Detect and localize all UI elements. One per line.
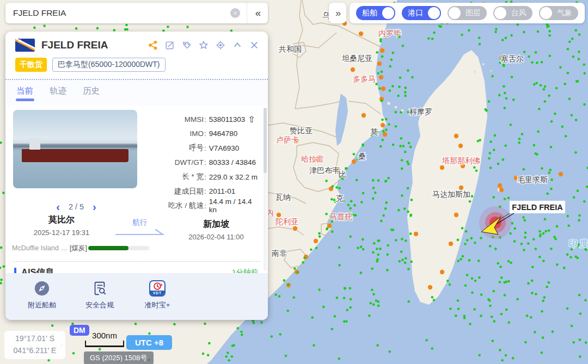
ship-dot: [237, 327, 240, 330]
ship-dot: [380, 220, 383, 223]
ship-dot: [556, 225, 559, 228]
ship-dot: [343, 297, 346, 300]
ship-dot: [507, 260, 510, 263]
ship-dot: [566, 215, 569, 218]
ship-dot: [407, 211, 409, 213]
ship-dot: [471, 277, 474, 280]
destination-port[interactable]: 新加坡: [170, 219, 262, 230]
ship-dot: [491, 316, 493, 318]
ship-dot: [278, 295, 281, 298]
port-dot: [440, 165, 444, 170]
ship-photo[interactable]: [13, 110, 137, 188]
ship-dot: [575, 29, 578, 32]
country-label: 克: [336, 194, 344, 202]
tab-current[interactable]: 当前: [16, 85, 33, 99]
share-icon[interactable]: [148, 40, 158, 50]
ship-dot: [372, 251, 375, 254]
ship-dot: [473, 166, 476, 169]
vessel-size-class: 巴拿马型(65000-120000DWT): [52, 58, 166, 72]
tag-icon[interactable]: [182, 40, 192, 50]
ship-dot: [531, 266, 534, 269]
port-dot: [359, 32, 363, 36]
ship-dot: [353, 204, 356, 207]
on-time-plus-button[interactable]: VDT 准时宝+: [140, 280, 174, 320]
safety-compliance-button[interactable]: 安全合规: [83, 280, 117, 320]
toggle-knob: [382, 7, 394, 19]
ship-dot: [402, 145, 405, 147]
ship-dot: [388, 350, 391, 353]
toggle-ships[interactable]: 船舶: [356, 6, 395, 20]
photo-next-icon[interactable]: ›: [93, 203, 96, 211]
mmsi-external-icon[interactable]: ⇧: [248, 114, 255, 125]
ship-dot: [518, 141, 520, 144]
ship-dot: [521, 133, 524, 135]
search-input[interactable]: FJELD FREIA: [5, 8, 230, 18]
nearby-ships-button[interactable]: 附近船舶: [25, 280, 59, 320]
ship-dot: [381, 55, 384, 58]
ship-dot: [330, 328, 333, 330]
voyage-status: 航行: [110, 218, 170, 227]
timezone-button[interactable]: UTC +8: [126, 335, 172, 350]
ship-dot: [0, 279, 3, 281]
tab-track[interactable]: 轨迹: [50, 85, 66, 99]
ship-dot: [379, 248, 382, 250]
ship-dot: [260, 321, 263, 324]
ship-dot: [376, 344, 379, 347]
ship-dot: [577, 257, 579, 260]
ship-dot: [376, 51, 378, 54]
ship-dot: [494, 30, 497, 33]
port-dot: [381, 87, 385, 91]
toggle-typhoon[interactable]: 台风: [493, 6, 532, 20]
ship-dot: [360, 245, 363, 248]
voyage-progress-bar: [88, 246, 149, 250]
ship-dot: [567, 225, 570, 227]
ship-dot: [124, 28, 127, 31]
ship-dot: [533, 83, 536, 86]
ship-dot: [404, 262, 407, 264]
photo-prev-icon[interactable]: ‹: [56, 203, 60, 211]
ship-dot: [353, 153, 356, 156]
ship-dot: [537, 131, 540, 133]
edit-icon[interactable]: [165, 40, 175, 50]
ship-dot: [318, 288, 321, 291]
tab-history[interactable]: 历史: [83, 85, 100, 99]
collapse-up-icon[interactable]: [232, 40, 242, 50]
ship-dot: [569, 256, 572, 258]
country-label: 塞舌尔: [501, 54, 524, 63]
expand-toggles-icon[interactable]: »: [329, 3, 346, 23]
scrollbar-thumb[interactable]: [264, 108, 267, 173]
ship-dot: [405, 257, 407, 260]
port-dot: [362, 113, 366, 118]
toggle-ports[interactable]: 港口: [402, 6, 441, 20]
ship-dot: [439, 26, 442, 28]
port-dot: [559, 172, 563, 176]
locate-icon[interactable]: [216, 40, 225, 50]
ship-dot: [471, 195, 474, 198]
clear-search-icon[interactable]: ×: [230, 8, 240, 18]
departure-port[interactable]: 莫比尔: [13, 214, 110, 226]
collapse-panel-icon[interactable]: «: [247, 7, 268, 19]
ship-dot: [554, 238, 557, 240]
ship-dot: [530, 316, 532, 319]
ship-dot: [578, 294, 581, 297]
close-icon[interactable]: [249, 40, 259, 50]
favorite-star-icon[interactable]: [199, 40, 209, 50]
ship-dot: [488, 299, 491, 302]
ship-dot: [538, 108, 541, 110]
ship-tracking-app: FJELD FREIA 乌干达共和国坦桑尼亚科摩罗赞比亚津巴布韦瓦纳南非莫桑比克…: [0, 0, 588, 364]
detail-row-dimensions: 长 * 宽: 229.0 x 32.2 m: [145, 170, 258, 184]
ship-dot: [407, 163, 410, 165]
ship-dot: [385, 201, 388, 204]
ship-dot: [377, 72, 379, 75]
coordinate-format-badge[interactable]: DM: [70, 325, 89, 336]
toggle-weather[interactable]: 气象: [539, 6, 578, 20]
ship-dot: [446, 280, 449, 282]
ship-dot: [583, 103, 586, 106]
ship-dot: [457, 239, 460, 242]
panel-scrollbar[interactable]: [264, 108, 267, 271]
ship-dot: [550, 188, 553, 190]
ship-dot: [494, 134, 497, 137]
ship-dot: [391, 85, 394, 88]
toggle-layers[interactable]: 图层: [448, 6, 487, 20]
ship-dot: [0, 246, 3, 249]
